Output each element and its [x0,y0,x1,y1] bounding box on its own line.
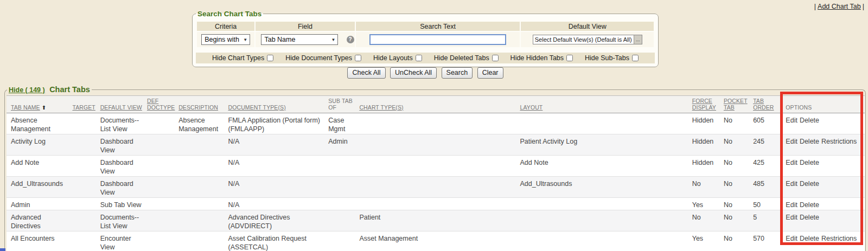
column-label: POCKET TAB [724,98,748,111]
delete-link[interactable]: Delete [800,235,819,242]
table-row: All EncountersEncounter ViewAsset Calibr… [7,231,865,251]
cell-value: Activity Log [11,138,46,145]
uncheck-all-button[interactable]: UnCheck All [390,67,437,79]
cell-description [178,198,228,210]
cell-value: Hidden [692,159,714,166]
hide-layouts-checkbox[interactable] [416,55,422,61]
cell-force_display: No [692,177,724,198]
hide-hidden-tabs-checkbox[interactable] [566,55,573,61]
column-header-description[interactable]: DESCRIPTION [178,96,228,113]
hide-chart-types-label: Hide Chart Types [212,54,264,62]
clear-button[interactable]: Clear [477,67,503,79]
cell-value: No [724,180,732,188]
chart-tabs-title: Chart Tabs [49,85,90,94]
hide-deleted-tabs-checkbox[interactable] [492,55,499,61]
cell-options: EditDelete [786,198,865,210]
default-view-column-header: Default View [521,22,654,31]
cell-value: Yes [692,201,703,209]
delete-link[interactable]: Delete [800,138,819,145]
cell-value: Sub Tab View [100,201,142,209]
cell-options: EditDelete [786,177,865,198]
column-header-pocket_tab[interactable]: POCKET TAB [724,96,753,113]
column-label: TAB ORDER [753,98,774,111]
cell-description: Absence Management [178,113,228,134]
hide-document-types-checkbox[interactable] [355,55,361,61]
column-header-chart_types[interactable]: CHART TYPE(S) [359,96,520,113]
column-header-tab_order[interactable]: TAB ORDER [753,96,786,113]
hide-chart-types-checkbox[interactable] [267,55,273,61]
restrictions-link[interactable]: Restrictions [821,138,857,145]
cell-pocket_tab: No [724,198,753,210]
criteria-select[interactable]: Begins with ▼ [201,34,250,45]
delete-link[interactable]: Delete [800,159,819,166]
cell-value: N/A [228,201,240,209]
restrictions-link[interactable]: Restrictions [821,235,857,242]
cell-def_doctype [147,113,178,134]
cell-chart_types [359,134,520,156]
cell-value: Add_Ultrasounds [520,180,572,188]
delete-link[interactable]: Delete [800,201,819,209]
cell-default_view: Documents-- List View [100,210,147,231]
column-label: LAYOUT [520,104,543,111]
search-text-input[interactable] [369,34,506,45]
hide-document-types-label: Hide Document Types [285,54,352,62]
cell-value: Advanced Directives (ADVDIRECT) [228,214,290,230]
delete-link[interactable]: Delete [800,214,819,221]
chevron-down-icon: ▼ [243,37,247,42]
column-header-force_display[interactable]: FORCE DISPLAY [692,96,724,113]
hide-sub-tabs-checkbox[interactable] [632,55,639,61]
cell-value: 570 [753,235,764,242]
chart-tabs-panel: Hide ( 149 ) Chart Tabs TAB NAME⬆TARGETD… [4,85,866,251]
cell-tab_name: Admin [7,198,72,210]
cell-target [72,210,100,231]
cell-value: No [724,138,732,145]
edit-link[interactable]: Edit [786,138,797,145]
edit-link[interactable]: Edit [786,117,797,124]
check-all-button[interactable]: Check All [347,67,385,79]
column-header-tab_name[interactable]: TAB NAME⬆ [7,96,72,113]
edit-link[interactable]: Edit [786,214,797,221]
column-header-target[interactable]: TARGET [72,96,100,113]
cell-default_view: Sub Tab View [100,198,147,210]
edit-link[interactable]: Edit [786,201,797,209]
field-select[interactable]: Tab Name ▼ [261,34,338,45]
edit-link[interactable]: Edit [786,235,797,242]
cell-pocket_tab: No [724,113,753,134]
edit-link[interactable]: Edit [786,159,797,166]
cell-options: EditDelete [786,156,865,177]
cell-tab_order: 245 [753,134,786,156]
delete-link[interactable]: Delete [800,117,819,124]
add-chart-tab-link[interactable]: Add Chart Tab [818,3,861,10]
cell-force_display: Hidden [692,156,724,177]
cell-default_view: Dashboard View [100,177,147,198]
cell-sub_tab_of [328,231,359,251]
table-row: AdminSub Tab ViewN/AYesNo50EditDelete [7,198,865,210]
column-header-default_view[interactable]: DEFAULT VIEW [100,96,147,113]
edit-link[interactable]: Edit [786,180,797,188]
ellipsis-button[interactable]: ... [634,35,642,44]
cell-tab_order: 485 [753,177,786,198]
column-label: FORCE DISPLAY [692,98,716,111]
cell-options: EditDelete [786,210,865,231]
cell-value: Dashboard View [100,138,133,154]
cell-pocket_tab: No [724,177,753,198]
chevron-down-icon: ▼ [331,37,336,42]
cell-pocket_tab: No [724,156,753,177]
hide-count-link[interactable]: Hide ( 149 ) [9,86,45,94]
cell-force_display: Yes [692,198,724,210]
column-header-document_types[interactable]: DOCUMENT TYPE(S) [228,96,329,113]
cell-tab_order: 50 [753,198,786,210]
table-row: Absence ManagementDocuments-- List ViewA… [7,113,865,134]
cell-def_doctype [147,231,178,251]
cell-tab_name: Activity Log [7,134,72,156]
delete-link[interactable]: Delete [800,180,819,188]
default-view-picker[interactable]: Select Default View(s) (Default is All) … [533,35,642,44]
search-button[interactable]: Search [442,67,473,79]
help-icon[interactable]: ? [347,36,354,43]
cell-tab_name: All Encounters [7,231,72,251]
column-header-def_doctype[interactable]: DEF DOCTYPE [147,96,178,113]
cell-value: Patient [359,214,380,221]
cell-force_display: No [692,210,724,231]
column-header-layout[interactable]: LAYOUT [520,96,692,113]
cell-layout [520,113,692,134]
